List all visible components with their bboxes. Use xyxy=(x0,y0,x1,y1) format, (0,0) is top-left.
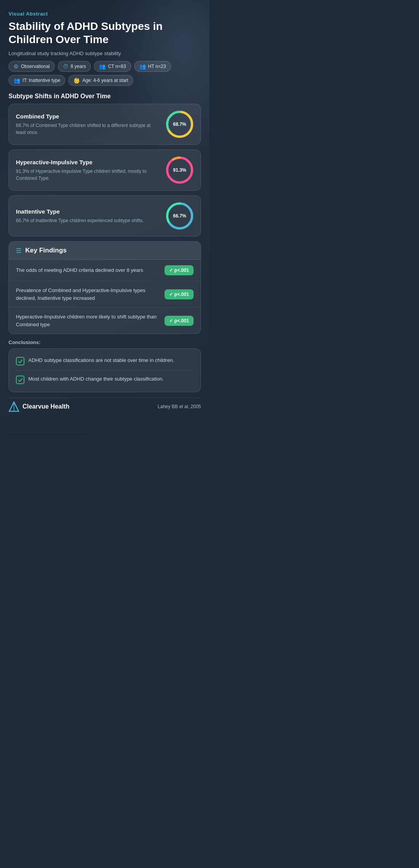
card-combined-text: Combined Type 68.7% of Combined Type chi… xyxy=(16,113,161,136)
conclusions-card: ADHD subtype classifications are not sta… xyxy=(9,348,201,392)
group-icon-it: 👥 xyxy=(14,77,20,83)
check-icon-2 xyxy=(16,376,24,384)
card-inattentive-desc: 66.7% of Inattentive Type children exper… xyxy=(16,217,161,224)
key-findings-section: ☰ Key Findings The odds of meeting ADHD … xyxy=(9,241,201,334)
child-icon: 👶 xyxy=(73,77,80,83)
conclusion-text-2: Most children with ADHD change their sub… xyxy=(28,375,164,383)
card-hyperactive-type: Hyperactive-Impulsive Type 91.3% of Hype… xyxy=(9,150,201,191)
card-combined-title: Combined Type xyxy=(16,113,161,120)
p-badge-1: ✓ p<.001 xyxy=(164,265,194,275)
brand-name: Clearvue Health xyxy=(23,403,69,410)
section-title: Subtype Shifts in ADHD Over Time xyxy=(9,93,201,100)
footer-citation: Lahey BB et al, 2005 xyxy=(158,404,201,409)
badge-it: 👥 IT: Inattentive type xyxy=(9,75,65,86)
card-inattentive-type: Inattentive Type 66.7% of Inattentive Ty… xyxy=(9,195,201,237)
donut-combined-value: 68.7% xyxy=(173,122,186,127)
finding-text-3: Hyperactive-Impulsive children more like… xyxy=(16,313,160,328)
donut-hyperactive-value: 91.3% xyxy=(173,167,186,173)
card-hyperactive-text: Hyperactive-Impulsive Type 91.3% of Hype… xyxy=(16,159,161,182)
donut-hyperactive: 91.3% xyxy=(166,156,194,184)
donut-combined: 68.7% xyxy=(166,110,194,138)
p-badge-2: ✓ p<.001 xyxy=(164,289,194,299)
finding-text-2: Prevalence of Combined and Hyperactive-I… xyxy=(16,287,160,302)
group-icon-ht: 👥 xyxy=(139,63,146,70)
card-combined-type: Combined Type 68.7% of Combined Type chi… xyxy=(9,104,201,145)
group-icon-ct: 👥 xyxy=(99,63,106,70)
conclusion-item-1: ADHD subtype classifications are not sta… xyxy=(16,354,194,368)
finding-text-1: The odds of meeting ADHD criteria declin… xyxy=(16,266,160,274)
card-hyperactive-desc: 91.3% of Hyperactive-Impulsive Type chil… xyxy=(16,168,161,182)
donut-inattentive-value: 66.7% xyxy=(173,213,186,219)
clearvue-logo-icon xyxy=(9,401,19,412)
finding-row-1: The odds of meeting ADHD criteria declin… xyxy=(9,260,201,281)
key-findings-header: ☰ Key Findings xyxy=(9,242,201,260)
conclusion-item-2: Most children with ADHD change their sub… xyxy=(16,370,194,386)
badge-observational: ⚙ Observational xyxy=(9,61,55,72)
gear-icon: ⚙ xyxy=(14,63,19,70)
card-inattentive-title: Inattentive Type xyxy=(16,208,161,215)
key-findings-label: Key Findings xyxy=(25,247,67,254)
conclusions-label: Conclusions: xyxy=(9,339,201,345)
badge-ht: 👥 HT n=23 xyxy=(134,61,171,72)
footer: Clearvue Health Lahey BB et al, 2005 xyxy=(9,398,201,412)
card-inattentive-text: Inattentive Type 66.7% of Inattentive Ty… xyxy=(16,208,161,224)
list-icon: ☰ xyxy=(16,247,21,254)
finding-row-2: Prevalence of Combined and Hyperactive-I… xyxy=(9,281,201,308)
conclusion-text-1: ADHD subtype classifications are not sta… xyxy=(28,357,174,364)
visual-abstract-label: Visual Abstract xyxy=(9,11,201,17)
clock-icon: ⏱ xyxy=(63,63,68,70)
badge-ct: 👥 CT n=83 xyxy=(94,61,131,72)
finding-row-3: Hyperactive-Impulsive children more like… xyxy=(9,308,201,334)
badges-row-1: ⚙ Observational ⏱ 8 years 👥 CT n=83 👥 HT… xyxy=(9,61,201,72)
card-combined-desc: 68.7% of Combined Type children shifted … xyxy=(16,122,161,136)
donut-inattentive: 66.7% xyxy=(166,202,194,230)
check-icon-1 xyxy=(16,357,24,365)
footer-brand: Clearvue Health xyxy=(9,401,69,412)
badge-duration: ⏱ 8 years xyxy=(58,61,91,72)
subtitle: Longitudinal study tracking ADHD subtype… xyxy=(9,50,201,56)
p-badge-3: ✓ p<.001 xyxy=(164,316,194,326)
badge-age: 👶 Age: 4-6 years at start xyxy=(68,75,133,86)
page-title: Stability of ADHD Subtypes in Children O… xyxy=(9,20,201,46)
badges-row-2: 👥 IT: Inattentive type 👶 Age: 4-6 years … xyxy=(9,75,201,86)
card-hyperactive-title: Hyperactive-Impulsive Type xyxy=(16,159,161,165)
